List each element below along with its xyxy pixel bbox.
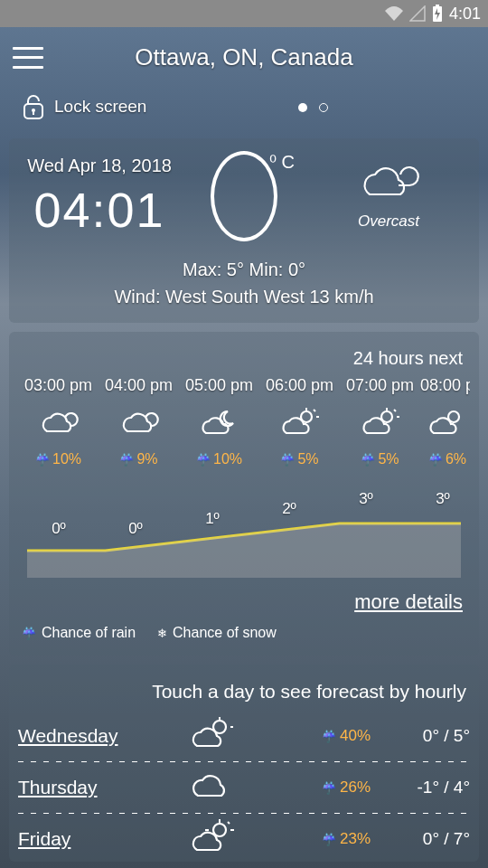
daily-row[interactable]: Wednesday ☔40% 0° / 5°: [18, 713, 470, 759]
cloud-icon: [357, 162, 420, 203]
partly-sunny-icon: [427, 408, 468, 439]
graph-point-label: 1º: [205, 510, 220, 528]
current-clock: 04:01: [18, 182, 181, 238]
app-header: Ottawa, ON, Canada: [0, 27, 488, 79]
temp-unit: ⁰ C: [269, 151, 295, 173]
day-precip: ☔23%: [271, 830, 371, 848]
hourly-forecast-card[interactable]: 24 hours next 03:00 pm ☔10% 04:00 pm ☔9%…: [9, 332, 479, 656]
svg-rect-1: [436, 5, 439, 6]
day-range: -1° / 4°: [371, 778, 470, 797]
daily-row[interactable]: Thursday ☔26% -1° / 4°: [18, 765, 470, 810]
legend-rain: Chance of rain: [42, 625, 136, 640]
partly-cloudy-night-icon: [199, 408, 240, 439]
rain-icon: ☔: [35, 453, 50, 467]
rain-icon: ☔: [322, 833, 336, 846]
svg-line-8: [314, 410, 315, 411]
temperature-graph: 0º 0º 1º 2º 3º 3º: [18, 478, 470, 578]
hourly-col: 05:00 pm ☔10%: [179, 376, 259, 467]
day-name: Thursday: [18, 777, 154, 798]
lock-screen-label[interactable]: Lock screen: [54, 97, 146, 117]
lock-screen-row: Lock screen: [0, 79, 488, 129]
cell-signal-icon: [409, 5, 426, 22]
hourly-time: 07:00 pm: [340, 376, 420, 395]
hourly-col: 04:00 pm ☔9%: [99, 376, 179, 467]
rain-icon: ☔: [428, 453, 443, 467]
hourly-col: 08:00 pm ☔6%: [420, 376, 470, 467]
rain-icon: ☔: [280, 453, 295, 467]
rain-icon: ☔: [322, 730, 336, 743]
cloud-icon: [189, 770, 236, 801]
wind-line: Wind: West South West 13 km/h: [18, 283, 470, 310]
partly-sunny-icon: [279, 408, 321, 439]
graph-point-label: 2º: [282, 500, 296, 518]
legend-snow: Chance of snow: [173, 625, 277, 640]
rain-icon: ☔: [22, 627, 36, 640]
partly-sunny-icon: [189, 717, 236, 751]
divider: [18, 813, 470, 814]
day-range: 0° / 5°: [371, 726, 470, 746]
hourly-time: 05:00 pm: [179, 376, 259, 395]
svg-line-22: [228, 822, 230, 824]
rain-icon: ☔: [361, 453, 375, 467]
status-bar: 4:01: [0, 0, 488, 27]
more-details-link[interactable]: more details: [18, 581, 470, 618]
hourly-precip: ☔10%: [18, 451, 99, 467]
temp-zero-glyph: [211, 151, 277, 241]
hourly-time: 04:00 pm: [99, 376, 179, 395]
daily-row[interactable]: Friday ☔23% 0° / 7°: [18, 816, 470, 862]
current-date: Wed Apr 18, 2018: [18, 156, 181, 176]
graph-point-label: 3º: [359, 490, 373, 508]
hourly-time: 08:00 pm: [420, 376, 470, 395]
partly-sunny-icon: [189, 819, 236, 855]
status-clock: 4:01: [449, 5, 481, 24]
graph-point-label: 0º: [52, 520, 66, 538]
svg-line-12: [394, 410, 396, 411]
rain-icon: ☔: [196, 453, 211, 467]
menu-icon[interactable]: [13, 47, 43, 69]
page-indicator[interactable]: [155, 97, 470, 117]
hourly-precip: ☔5%: [259, 451, 340, 467]
condition-label: Overcast: [358, 212, 419, 231]
graph-point-label: 3º: [436, 490, 450, 508]
hourly-col: 06:00 pm ☔5%: [259, 376, 340, 467]
cloud-icon: [38, 410, 80, 437]
hourly-time: 06:00 pm: [259, 376, 340, 395]
hourly-precip: ☔10%: [179, 451, 259, 467]
day-precip: ☔40%: [271, 727, 371, 745]
day-name: Friday: [18, 828, 154, 850]
partly-sunny-icon: [360, 408, 401, 439]
hourly-precip: ☔6%: [420, 451, 470, 467]
day-name: Wednesday: [18, 725, 154, 747]
day-precip: ☔26%: [271, 778, 371, 797]
page-dot-active: [298, 103, 307, 112]
rain-icon: ☔: [119, 453, 134, 467]
lock-icon[interactable]: [22, 93, 45, 120]
rain-icon: ☔: [322, 781, 336, 795]
current-conditions-card[interactable]: Wed Apr 18, 2018 04:01 ⁰ C Overcast Max:…: [9, 138, 479, 323]
hourly-time: 03:00 pm: [18, 376, 99, 395]
divider: [18, 761, 470, 762]
day-range: 0° / 7°: [371, 829, 470, 849]
hourly-col: 07:00 pm ☔5%: [340, 376, 420, 467]
location-title[interactable]: Ottawa, ON, Canada: [43, 43, 445, 71]
graph-point-label: 0º: [128, 520, 143, 538]
hourly-row[interactable]: 03:00 pm ☔10% 04:00 pm ☔9% 05:00 pm ☔10%…: [18, 376, 470, 467]
daily-header: Touch a day to see forecast by hourly: [18, 677, 470, 713]
hourly-col: 03:00 pm ☔10%: [18, 376, 99, 467]
wifi-icon: [384, 5, 404, 22]
snow-icon: ❄: [157, 627, 167, 640]
battery-charging-icon: [431, 5, 444, 23]
daily-forecast-card: Touch a day to see forecast by hourly We…: [9, 665, 479, 862]
cloud-icon: [118, 410, 160, 437]
hourly-header: 24 hours next: [18, 344, 470, 376]
hourly-precip: ☔5%: [340, 451, 420, 467]
maxmin-line: Max: 5° Min: 0°: [18, 256, 470, 283]
hourly-legend: ☔Chance of rain ❄Chance of snow: [18, 618, 470, 643]
page-dot-inactive: [319, 103, 328, 112]
hourly-precip: ☔9%: [99, 451, 179, 467]
current-temp: ⁰ C: [181, 151, 307, 241]
